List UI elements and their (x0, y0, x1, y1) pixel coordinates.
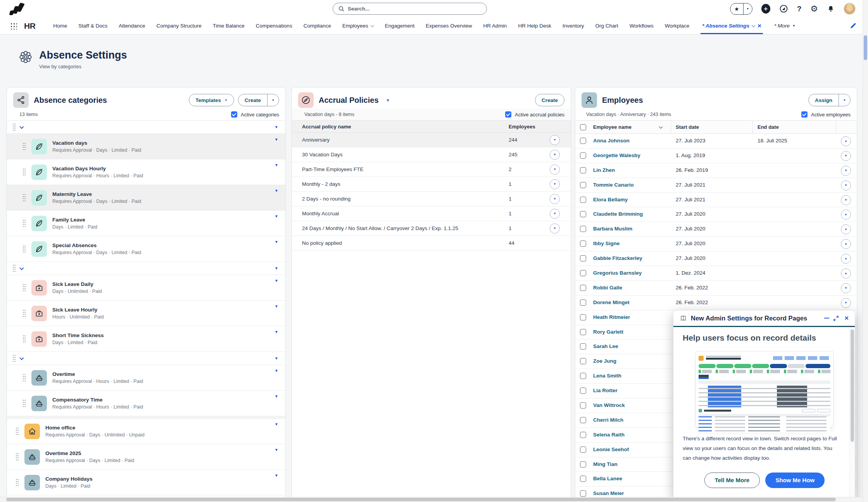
accrual-policy-row[interactable]: 2 Days - no rounding 1 ▼ (292, 192, 571, 206)
close-tab-icon[interactable]: × (758, 23, 761, 29)
accrual-policy-row[interactable]: Monthly Accrual 1 ▼ (292, 206, 571, 221)
caret-down-icon[interactable]: ▼ (274, 163, 278, 167)
employee-name-link[interactable]: Sarah Lee (593, 343, 618, 349)
row-checkbox[interactable] (580, 343, 586, 350)
row-checkbox[interactable] (580, 285, 586, 291)
accrual-policy-row[interactable]: Monthly - 2 days 1 ▼ (292, 177, 571, 192)
nav-tab[interactable]: Expenses Overview (426, 17, 472, 34)
absence-category-item[interactable]: Maternity Leave Requires Approval · Days… (7, 185, 285, 211)
add-button[interactable]: + (761, 4, 770, 14)
employee-name-link[interactable]: Leonie Seehof (593, 447, 629, 452)
global-search[interactable] (333, 3, 487, 15)
nav-tab[interactable]: Engagement (385, 17, 415, 34)
row-menu-button[interactable]: ▼ (550, 150, 560, 160)
row-checkbox[interactable] (580, 432, 586, 438)
employee-name-link[interactable]: Rory Garlett (593, 329, 623, 335)
absence-category-item[interactable]: Company Holidays Days · Limited · Paid ▼ (7, 470, 285, 495)
company-logo[interactable] (9, 2, 23, 16)
caret-down-icon[interactable]: ▼ (274, 304, 278, 308)
row-menu-button[interactable]: ▼ (841, 209, 851, 220)
nav-tab[interactable]: Attendance (119, 17, 145, 34)
drag-handle[interactable] (22, 284, 26, 292)
employee-name-link[interactable]: Anna Johnson (593, 138, 630, 144)
caret-down-icon[interactable]: ▼ (274, 394, 278, 398)
nav-tab[interactable]: HR Help Desk (518, 17, 551, 34)
employee-row[interactable]: Dorene Minget 26. Feb. 2022 ▼ (575, 296, 857, 310)
create-category-button[interactable]: Create ▼ (238, 94, 279, 106)
drag-handle[interactable] (16, 453, 19, 461)
active-employees-checkbox[interactable] (801, 111, 808, 118)
caret-down-icon[interactable]: ▼ (274, 214, 278, 218)
popup-scrollbar-thumb[interactable] (851, 329, 854, 442)
caret-down-icon[interactable]: ▼ (274, 266, 278, 270)
caret-down-icon[interactable]: ▼ (274, 422, 278, 426)
row-checkbox[interactable] (580, 490, 586, 497)
employee-name-link[interactable]: Robbi Galle (593, 285, 622, 291)
absence-category-item[interactable]: Vacation Days Hourly Requires Approval ·… (7, 159, 285, 185)
vertical-scrollbar-track[interactable] (863, 0, 868, 502)
absence-category-item[interactable]: Special Absences Requires Approval · Day… (7, 236, 285, 262)
accrual-policy-row[interactable]: 24 Days / Monthly / No Start Allow. / Ca… (292, 221, 571, 236)
drag-handle[interactable] (22, 168, 26, 176)
row-menu-button[interactable]: ▼ (841, 239, 851, 249)
row-menu-button[interactable]: ▼ (550, 135, 560, 145)
absence-category-item[interactable]: Overtime Requires Approval · Hours · Lim… (7, 365, 285, 391)
category-section-header[interactable]: ▼ (7, 121, 285, 134)
row-menu-button[interactable]: ▼ (841, 195, 851, 205)
employee-name-link[interactable]: Van Wittrock (593, 402, 625, 408)
employee-name-link[interactable]: Selena Raith (593, 432, 625, 438)
employee-name-link[interactable]: Ming Tian (593, 461, 618, 467)
employee-name-link[interactable]: Gregorius Barnsley (593, 270, 642, 276)
drag-handle[interactable] (22, 194, 26, 202)
accrual-policy-row[interactable]: Anniversary 244 ▼ (292, 133, 571, 147)
row-menu-button[interactable]: ▼ (550, 179, 560, 189)
row-checkbox[interactable] (580, 299, 586, 306)
announcements-icon[interactable] (779, 4, 788, 13)
absence-category-item[interactable]: Overtime 2025 Requires Approval · Days ·… (7, 444, 285, 470)
row-checkbox[interactable] (580, 197, 586, 203)
app-launcher-icon[interactable] (10, 23, 17, 29)
vertical-scrollbar-thumb[interactable] (864, 35, 867, 60)
nav-tab[interactable]: Employees (342, 17, 374, 34)
employee-name-link[interactable]: Susan Meier (593, 490, 624, 496)
accrual-policy-row[interactable]: 30 Vacation Days 245 ▼ (292, 147, 571, 162)
nav-tab[interactable]: Home (53, 17, 67, 34)
expand-icon[interactable] (833, 315, 839, 321)
employee-row[interactable]: Robbi Galle 26. Feb. 2022 ▼ (575, 281, 857, 296)
create-policy-button[interactable]: Create (535, 94, 564, 106)
assign-button[interactable]: Assign ▼ (808, 94, 851, 106)
select-all-checkbox[interactable] (580, 124, 586, 130)
chevron-down-icon[interactable] (19, 265, 24, 270)
drag-handle[interactable] (22, 142, 26, 151)
caret-down-icon[interactable]: ▼ (274, 137, 278, 142)
chevron-down-icon[interactable] (19, 355, 24, 360)
absence-category-item[interactable]: Home office Requires Approval · Days · U… (7, 419, 285, 444)
nav-tab[interactable]: Inventory (563, 17, 584, 34)
employee-name-link[interactable]: Tommie Canario (593, 182, 634, 188)
absence-category-item[interactable]: Short Time Sickness Days · Limited · Pai… (7, 326, 285, 352)
horizontal-scrollbar-thumb[interactable] (6, 498, 836, 501)
sort-chevron-icon[interactable] (659, 125, 663, 129)
drag-handle[interactable] (12, 123, 16, 131)
row-menu-button[interactable]: ▼ (841, 298, 851, 308)
search-input[interactable] (348, 6, 481, 12)
row-menu-button[interactable]: ▼ (841, 283, 851, 293)
show-me-how-button[interactable]: Show Me How (765, 473, 825, 488)
nav-tab[interactable]: * More ▼ (774, 17, 796, 34)
row-checkbox[interactable] (580, 476, 586, 482)
drag-handle[interactable] (22, 245, 26, 253)
row-checkbox[interactable] (580, 211, 586, 217)
drag-handle[interactable] (22, 309, 26, 317)
active-categories-checkbox[interactable] (231, 111, 237, 118)
row-checkbox[interactable] (580, 329, 586, 335)
employee-row[interactable]: Elora Bellamy 27. Juli 2021 ▼ (575, 193, 857, 208)
chevron-down-icon[interactable] (752, 23, 756, 27)
employee-row[interactable]: Lin Zhen 26. Feb. 2019 ▼ (575, 163, 857, 178)
caret-down-icon[interactable]: ▼ (274, 240, 278, 244)
nav-tab[interactable]: Org Chart (595, 17, 618, 34)
row-checkbox[interactable] (580, 461, 586, 467)
employee-name-link[interactable]: Gabbie Fitzackerley (593, 255, 642, 261)
row-menu-button[interactable]: ▼ (550, 194, 560, 204)
caret-down-icon[interactable]: ▼ (274, 279, 278, 283)
absence-category-item[interactable]: Family Leave Days · Limited · Paid ▼ (7, 211, 285, 236)
